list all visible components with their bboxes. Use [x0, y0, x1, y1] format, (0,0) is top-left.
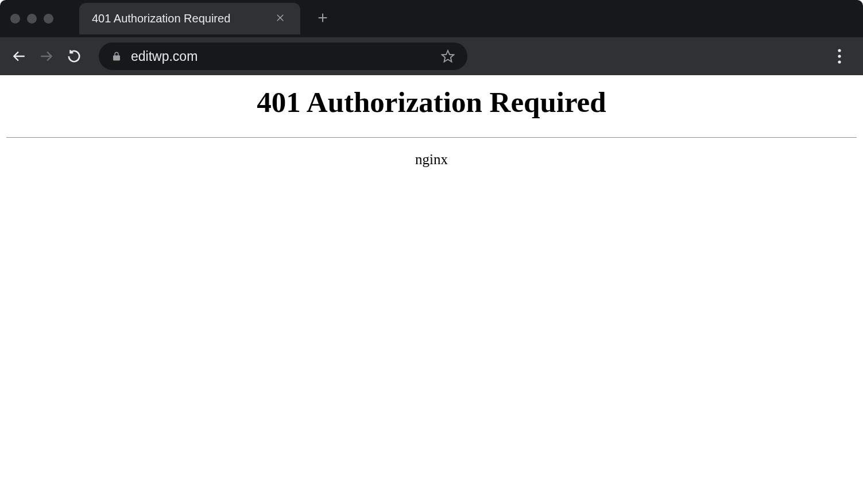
svg-point-9	[838, 60, 841, 63]
new-tab-button[interactable]	[316, 11, 329, 27]
browser-menu-button[interactable]	[831, 49, 848, 64]
window-minimize-button[interactable]	[27, 14, 37, 24]
bookmark-button[interactable]	[441, 49, 455, 63]
window-close-button[interactable]	[10, 14, 20, 24]
close-tab-button[interactable]	[273, 10, 288, 28]
back-button[interactable]	[10, 48, 28, 65]
server-signature: nginx	[6, 152, 857, 168]
page-content: 401 Authorization Required nginx	[0, 75, 863, 168]
svg-point-7	[838, 49, 841, 52]
window-controls	[10, 14, 53, 24]
browser-chrome: 401 Authorization Required	[0, 0, 863, 75]
forward-button[interactable]	[38, 48, 55, 65]
tab-title: 401 Authorization Required	[92, 12, 230, 25]
lock-icon	[111, 51, 122, 62]
divider	[6, 137, 857, 138]
browser-tab[interactable]: 401 Authorization Required	[79, 3, 300, 34]
svg-marker-6	[442, 51, 454, 62]
reload-button[interactable]	[65, 48, 83, 65]
url-text: editwp.com	[131, 49, 432, 64]
error-heading: 401 Authorization Required	[6, 86, 857, 119]
tab-bar: 401 Authorization Required	[0, 0, 863, 37]
nav-toolbar: editwp.com	[0, 37, 863, 75]
svg-point-8	[838, 55, 841, 57]
address-bar[interactable]: editwp.com	[99, 42, 467, 70]
window-maximize-button[interactable]	[44, 14, 53, 24]
